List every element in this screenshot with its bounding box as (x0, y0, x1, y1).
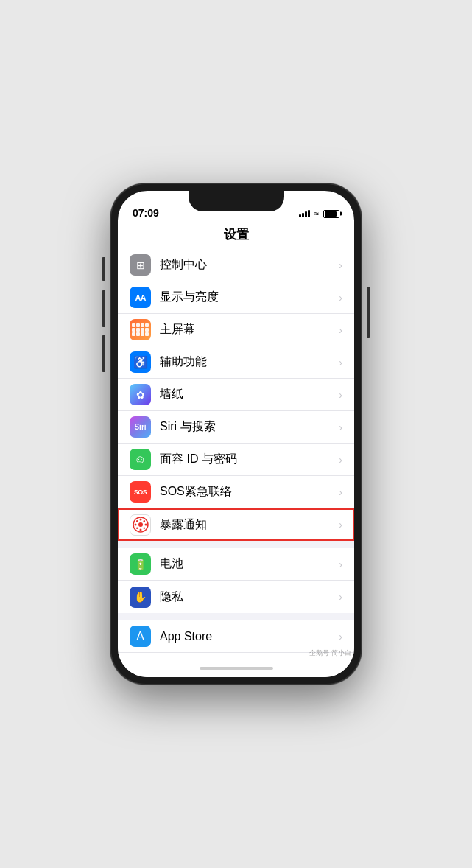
settings-row-sos[interactable]: SOS SOS紧急联络 › (118, 476, 354, 508)
svg-point-7 (143, 520, 144, 522)
chevron-icon: › (339, 454, 342, 466)
settings-row-accessibility[interactable]: ♿ 辅助功能 › (118, 346, 354, 379)
settings-row-control-center[interactable]: ⊞ 控制中心 › (118, 249, 354, 281)
exposure-icon (130, 514, 151, 536)
battery-status-icon (323, 210, 339, 218)
page-title: 设置 (224, 228, 249, 242)
settings-group-2: 🔋 电池 › ✋ 隐私 › (118, 548, 354, 613)
home-screen-label: 主屏幕 (160, 322, 336, 337)
phone-screen: 07:09 ≈ 设置 (118, 191, 354, 677)
battery-label: 电池 (160, 556, 336, 572)
settings-row-privacy[interactable]: ✋ 隐私 › (118, 581, 354, 613)
wallet-icon: 💳 (130, 659, 151, 660)
status-time: 07:09 (133, 207, 159, 219)
mute-button (102, 257, 105, 281)
chevron-icon: › (339, 259, 342, 271)
wifi-icon: ≈ (314, 209, 319, 219)
home-bar (200, 667, 273, 670)
settings-row-battery[interactable]: 🔋 电池 › (118, 548, 354, 581)
privacy-label: 隐私 (160, 589, 336, 605)
power-button (367, 287, 370, 338)
home-screen-icon (130, 319, 151, 340)
svg-point-4 (134, 524, 136, 526)
svg-point-8 (136, 528, 138, 529)
nav-bar: 设置 (118, 223, 354, 249)
face-id-label: 面容 ID 与密码 (160, 452, 336, 467)
display-label: 显示与亮度 (160, 290, 336, 305)
settings-row-siri[interactable]: Siri Siri 与搜索 › (118, 411, 354, 444)
chevron-icon: › (339, 519, 342, 531)
app-store-icon: A (130, 626, 151, 647)
privacy-icon: ✋ (130, 587, 151, 608)
wallpaper-icon: ✿ (130, 384, 151, 405)
chevron-icon: › (339, 559, 342, 570)
sos-icon: SOS (130, 481, 151, 503)
control-center-icon: ⊞ (130, 254, 151, 276)
chevron-icon: › (339, 324, 342, 336)
volume-up-button (102, 290, 105, 327)
sos-label: SOS紧急联络 (160, 484, 336, 500)
wallpaper-label: 墙纸 (160, 387, 336, 402)
chevron-icon: › (339, 631, 342, 643)
chevron-icon: › (339, 591, 342, 603)
settings-row-wallpaper[interactable]: ✿ 墙纸 › (118, 379, 354, 411)
chevron-icon: › (339, 292, 342, 304)
siri-icon: Siri (130, 416, 151, 438)
home-indicator (118, 659, 354, 677)
signal-icon (299, 210, 310, 217)
settings-list: ⊞ 控制中心 › AA 显示与亮度 › (118, 249, 354, 659)
phone-frame: 07:09 ≈ 设置 (110, 183, 362, 685)
battery-icon: 🔋 (130, 553, 151, 575)
volume-down-button (102, 335, 105, 372)
chevron-icon: › (339, 486, 342, 498)
chevron-icon: › (339, 357, 342, 368)
settings-row-face-id[interactable]: ☺ 面容 ID 与密码 › (118, 444, 354, 476)
settings-group-1: ⊞ 控制中心 › AA 显示与亮度 › (118, 249, 354, 541)
svg-point-3 (139, 529, 141, 531)
watermark: 企鹅号 简小白 (309, 648, 351, 658)
app-store-label: App Store (160, 630, 336, 643)
accessibility-label: 辅助功能 (160, 354, 336, 370)
face-id-icon: ☺ (130, 449, 151, 470)
chevron-icon: › (339, 389, 342, 401)
siri-label: Siri 与搜索 (160, 419, 336, 435)
control-center-label: 控制中心 (160, 257, 336, 273)
svg-point-1 (138, 522, 143, 527)
notch (189, 191, 284, 211)
settings-row-app-store[interactable]: A App Store › (118, 620, 354, 653)
settings-row-exposure[interactable]: 暴露通知 › (118, 508, 354, 541)
settings-row-display[interactable]: AA 显示与亮度 › (118, 281, 354, 314)
display-icon: AA (130, 287, 151, 308)
chevron-icon: › (339, 421, 342, 433)
accessibility-icon: ♿ (130, 351, 151, 373)
svg-point-9 (143, 528, 144, 529)
status-icons: ≈ (299, 209, 339, 219)
svg-point-5 (144, 524, 147, 526)
svg-point-6 (136, 520, 138, 522)
settings-row-home-screen[interactable]: 主屏幕 › (118, 314, 354, 346)
exposure-label: 暴露通知 (160, 517, 336, 533)
svg-point-2 (139, 519, 141, 521)
